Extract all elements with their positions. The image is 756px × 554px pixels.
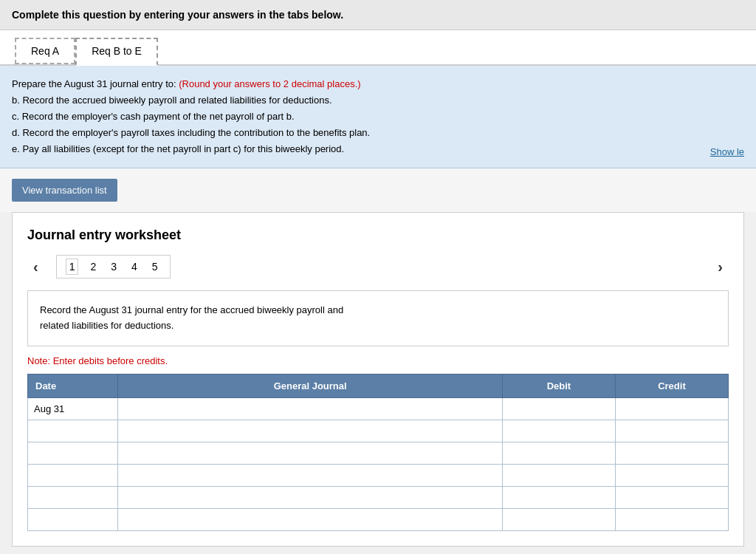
description-text: Record the August 31 journal entry for t…	[40, 304, 343, 331]
debit-cell[interactable]	[502, 442, 615, 465]
debit-cell[interactable]	[502, 509, 615, 531]
header-general-journal: General Journal	[118, 375, 502, 398]
general-journal-input[interactable]	[118, 509, 501, 530]
credit-cell[interactable]	[615, 509, 728, 531]
tab-req-a[interactable]: Req A	[15, 38, 75, 64]
debit-cell[interactable]	[502, 465, 615, 487]
general-journal-input[interactable]	[118, 487, 501, 508]
general-journal-cell[interactable]	[118, 487, 502, 509]
debit-input[interactable]	[503, 442, 615, 464]
table-row: Aug 31	[28, 398, 729, 420]
table-row	[28, 509, 729, 531]
debit-cell[interactable]	[502, 398, 615, 420]
credit-cell[interactable]	[615, 442, 728, 465]
header-credit: Credit	[615, 375, 728, 398]
date-cell	[28, 465, 118, 487]
general-journal-cell[interactable]	[118, 465, 502, 487]
credit-input[interactable]	[616, 398, 728, 420]
navigation-row: ‹ 1 2 3 4 5 ›	[27, 255, 729, 278]
journal-table: Date General Journal Debit Credit Aug 31	[27, 374, 729, 531]
tab-req-b-to-e[interactable]: Req B to E	[75, 38, 158, 66]
table-row	[28, 465, 729, 487]
page-3[interactable]: 3	[108, 259, 120, 274]
worksheet-container: Journal entry worksheet ‹ 1 2 3 4 5 › Re…	[12, 212, 744, 547]
debit-cell[interactable]	[502, 487, 615, 509]
page-1[interactable]: 1	[66, 259, 79, 275]
credit-input[interactable]	[616, 420, 728, 442]
table-row	[28, 420, 729, 442]
action-bar: View transaction list	[0, 168, 756, 212]
date-cell	[28, 420, 118, 442]
page-2[interactable]: 2	[87, 259, 99, 274]
info-item-e: e. Pay all liabilities (except for the n…	[12, 141, 744, 157]
info-item-d: d. Record the employer's payroll taxes i…	[12, 125, 744, 141]
general-journal-cell[interactable]	[118, 420, 502, 442]
info-intro-line: Prepare the August 31 journal entry to: …	[12, 76, 744, 92]
credit-cell[interactable]	[615, 398, 728, 420]
page-4[interactable]: 4	[128, 259, 140, 274]
debit-input[interactable]	[503, 420, 615, 442]
round-note-text: (Round your answers to 2 decimal places.…	[179, 78, 360, 89]
prev-page-button[interactable]: ‹	[27, 256, 44, 278]
credit-input[interactable]	[616, 487, 728, 508]
credit-cell[interactable]	[615, 420, 728, 442]
info-intro-text: Prepare the August 31 journal entry to:	[12, 78, 179, 89]
credit-input[interactable]	[616, 509, 728, 530]
show-less-link[interactable]: Show le	[710, 144, 744, 160]
general-journal-input[interactable]	[118, 442, 501, 464]
credit-cell[interactable]	[615, 487, 728, 509]
view-transaction-button[interactable]: View transaction list	[12, 179, 117, 202]
debit-input[interactable]	[503, 487, 615, 508]
info-item-c: c. Record the employer's cash payment of…	[12, 109, 744, 125]
tabs-row: Req A Req B to E	[0, 30, 756, 66]
table-row	[28, 487, 729, 509]
credit-cell[interactable]	[615, 465, 728, 487]
page-5[interactable]: 5	[149, 259, 161, 274]
info-item-b: b. Record the accrued biweekly payroll a…	[12, 92, 744, 109]
date-cell	[28, 487, 118, 509]
header-debit: Debit	[502, 375, 615, 398]
date-cell: Aug 31	[28, 398, 118, 420]
debit-input[interactable]	[503, 509, 615, 530]
date-cell	[28, 442, 118, 465]
credit-input[interactable]	[616, 442, 728, 464]
next-page-button[interactable]: ›	[712, 256, 729, 278]
credit-input[interactable]	[616, 465, 728, 486]
general-journal-input[interactable]	[118, 465, 501, 486]
date-cell	[28, 509, 118, 531]
description-box: Record the August 31 journal entry for t…	[27, 290, 729, 346]
table-row	[28, 442, 729, 465]
header-date: Date	[28, 375, 118, 398]
general-journal-input[interactable]	[118, 398, 501, 420]
note-text: Note: Enter debits before credits.	[27, 355, 729, 366]
general-journal-cell[interactable]	[118, 442, 502, 465]
debit-input[interactable]	[503, 398, 615, 420]
debit-input[interactable]	[503, 465, 615, 486]
instruction-bar: Complete this question by entering your …	[0, 0, 756, 30]
general-journal-cell[interactable]	[118, 509, 502, 531]
general-journal-cell[interactable]	[118, 398, 502, 420]
worksheet-title: Journal entry worksheet	[27, 228, 729, 243]
page-numbers: 1 2 3 4 5	[56, 255, 171, 278]
general-journal-input[interactable]	[118, 420, 501, 442]
debit-cell[interactable]	[502, 420, 615, 442]
info-area: Prepare the August 31 journal entry to: …	[0, 66, 756, 168]
instruction-text: Complete this question by entering your …	[12, 9, 343, 21]
